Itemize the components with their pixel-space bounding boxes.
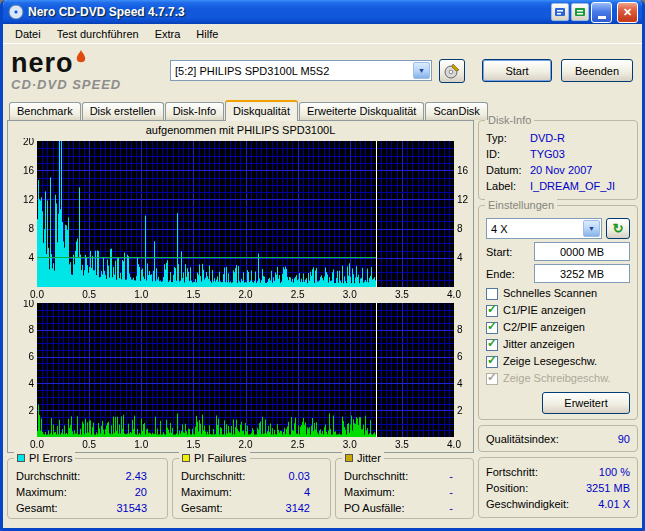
- checkbox-row-lesegeschw: Zeige Lesegeschw.: [486, 355, 630, 368]
- c1-pie-checkbox[interactable]: [486, 305, 498, 317]
- stat-row: Maximum:4: [179, 484, 324, 500]
- settings-group: Einstellungen 4 X ▼ ↻ Start: 0000 MB End…: [478, 205, 638, 420]
- stat-value: -: [449, 484, 453, 500]
- disk-info-row: Typ:DVD-R: [486, 130, 630, 146]
- stat-value: 3142: [286, 500, 310, 516]
- jitter-swatch: [345, 454, 353, 462]
- menu-item-test-durchfuehren[interactable]: Test durchführen: [49, 26, 147, 42]
- stat-value: 2.43: [126, 468, 147, 484]
- stat-label: PO Ausfälle:: [344, 500, 405, 516]
- progress-label: Geschwindigkeit:: [486, 496, 569, 512]
- checkbox-row-jitter: Jitter anzeigen: [486, 338, 630, 351]
- tab-scandisk[interactable]: ScanDisk: [425, 102, 487, 120]
- refresh-icon: ↻: [613, 221, 624, 236]
- checkbox-row-schnelles-scannen: Schnelles Scannen: [486, 287, 630, 300]
- minimize-icon: [598, 16, 606, 19]
- progress-row: Geschwindigkeit:4.01 X: [486, 496, 630, 512]
- pi-failures-swatch: [182, 454, 190, 462]
- jitter-checkbox[interactable]: [486, 339, 498, 351]
- stat-label: Maximum:: [181, 484, 232, 500]
- checkbox-row-c2-pif: C2/PIF anzeigen: [486, 321, 630, 334]
- tab-disk-info[interactable]: Disk-Info: [165, 102, 224, 120]
- progress-value: 100 %: [599, 464, 630, 480]
- stat-row: Durchschnitt:2.43: [14, 468, 161, 484]
- drive-select[interactable]: [5:2] PHILIPS SPD3100L M5S2 ▼: [170, 60, 432, 81]
- end-mb-field[interactable]: 3252 MB: [534, 264, 630, 283]
- c2-pif-checkbox[interactable]: [486, 322, 498, 334]
- beenden-button[interactable]: Beenden: [561, 59, 633, 82]
- stat-value: -: [449, 500, 453, 516]
- chart-panel: aufgenommen mit PHILIPS SPD3100L: [7, 120, 474, 453]
- tab-strip: Benchmark Disk erstellen Disk-Info Diskq…: [3, 99, 642, 120]
- progress-group: Fortschritt:100 % Position:3251 MB Gesch…: [478, 457, 638, 518]
- erweitert-button[interactable]: Erweitert: [542, 392, 630, 414]
- stat-label: Gesamt:: [16, 500, 58, 516]
- close-button[interactable]: ✕: [617, 2, 638, 23]
- stat-label: Durchschnitt:: [181, 468, 245, 484]
- pi-errors-chart: [11, 138, 470, 300]
- tab-erweiterte-diskqualitaet[interactable]: Erweiterte Diskqualität: [299, 102, 424, 120]
- checkbox-row-schreibgeschw: Zeige Schreibgeschw.: [486, 372, 630, 385]
- nero-flame-icon: [76, 50, 86, 64]
- menu-item-extra[interactable]: Extra: [147, 26, 189, 42]
- progress-value: 3251 MB: [586, 480, 630, 496]
- progress-row: Position:3251 MB: [486, 480, 630, 496]
- titlebar[interactable]: Nero CD-DVD Speed 4.7.7.3 ✕: [3, 0, 642, 24]
- pi-errors-stats-group: PI Errors Durchschnitt:2.43 Maximum:20 G…: [7, 458, 168, 519]
- chevron-down-icon[interactable]: ▼: [583, 220, 600, 237]
- toolbar: nero CD·DVD SPEED [5:2] PHILIPS SPD3100L…: [3, 44, 642, 99]
- lesegeschw-checkbox[interactable]: [486, 356, 498, 368]
- progress-label: Fortschritt:: [486, 464, 538, 480]
- checkbox-label: C1/PIE anzeigen: [503, 304, 586, 317]
- schnelles-scannen-checkbox[interactable]: [486, 288, 498, 300]
- tab-disk-erstellen[interactable]: Disk erstellen: [82, 102, 164, 120]
- stat-label: Gesamt:: [181, 500, 223, 516]
- checkbox-label: C2/PIF anzeigen: [503, 321, 585, 334]
- disk-info-value: DVD-R: [530, 130, 565, 146]
- progress-label: Position:: [486, 480, 528, 496]
- write-test-button[interactable]: [439, 59, 465, 83]
- window-title: Nero CD-DVD Speed 4.7.7.3: [28, 5, 185, 19]
- stat-row: PO Ausfälle:-: [342, 500, 467, 516]
- start-button[interactable]: Start: [482, 59, 552, 82]
- pi-failures-stats-title: PI Failures: [194, 452, 247, 464]
- stat-row: Durchschnitt:-: [342, 468, 467, 484]
- chart-title: aufgenommen mit PHILIPS SPD3100L: [11, 123, 470, 138]
- disk-info-row: ID:TYG03: [486, 146, 630, 162]
- menubar: Datei Test durchführen Extra Hilfe: [3, 24, 642, 44]
- stat-label: Maximum:: [344, 484, 395, 500]
- menu-item-datei[interactable]: Datei: [7, 26, 49, 42]
- progress-row: Fortschritt:100 %: [486, 464, 630, 480]
- refresh-button[interactable]: ↻: [606, 218, 630, 239]
- start-field-label: Start:: [486, 246, 512, 258]
- nero-logo-text: nero: [11, 50, 74, 78]
- titlebar-tool-green-icon[interactable]: [571, 3, 589, 21]
- menu-item-hilfe[interactable]: Hilfe: [188, 26, 226, 42]
- disk-info-group: Disk-Info Typ:DVD-R ID:TYG03 Datum:20 No…: [478, 120, 638, 200]
- minimize-button[interactable]: [591, 2, 612, 23]
- jitter-stats-title: Jitter: [357, 452, 381, 464]
- speed-select[interactable]: 4 X ▼: [486, 218, 602, 239]
- end-field-label: Ende:: [486, 268, 515, 280]
- checkbox-label: Zeige Lesegeschw.: [503, 355, 597, 368]
- stat-row: Durchschnitt:0.03: [179, 468, 324, 484]
- stat-row: Maximum:-: [342, 484, 467, 500]
- checkbox-label: Jitter anzeigen: [503, 338, 575, 351]
- chevron-down-icon[interactable]: ▼: [413, 62, 430, 79]
- app-disc-icon: [8, 4, 24, 20]
- pi-errors-swatch: [17, 454, 25, 462]
- tab-diskqualitaet[interactable]: Diskqualität: [225, 100, 298, 121]
- disk-info-label: Typ:: [486, 130, 530, 146]
- stat-value: 20: [135, 484, 147, 500]
- start-mb-field[interactable]: 0000 MB: [534, 242, 630, 261]
- tab-benchmark[interactable]: Benchmark: [9, 102, 81, 120]
- pi-failures-chart: [11, 300, 470, 450]
- side-panel: Disk-Info Typ:DVD-R ID:TYG03 Datum:20 No…: [478, 120, 638, 523]
- settings-group-title: Einstellungen: [485, 199, 557, 211]
- checkbox-label: Zeige Schreibgeschw.: [503, 372, 611, 385]
- titlebar-tool-blue-icon[interactable]: [551, 3, 569, 21]
- disk-info-label: Datum:: [486, 162, 530, 178]
- disc-pen-icon: [443, 62, 461, 80]
- quality-index-group: Qualitätsindex: 90: [478, 425, 638, 452]
- disk-info-value: TYG03: [530, 146, 565, 162]
